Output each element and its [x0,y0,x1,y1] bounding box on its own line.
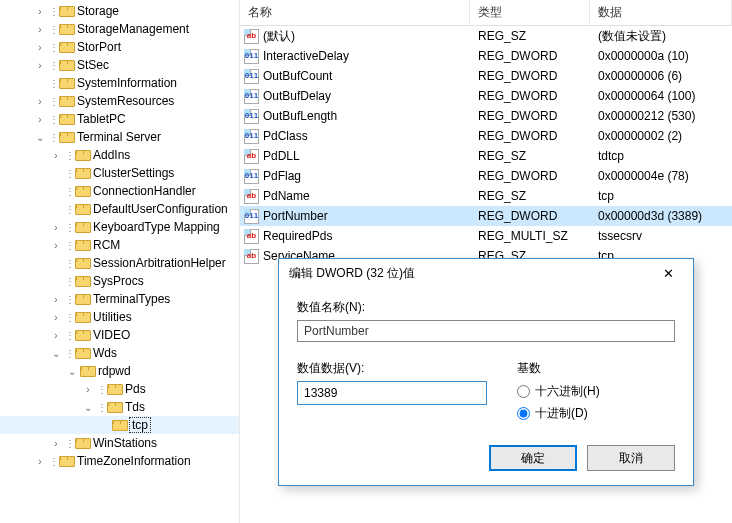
chevron-right-icon[interactable]: › [32,3,48,19]
value-data: 0x00000d3d (3389) [590,209,732,223]
tree-label: tcp [129,417,151,433]
tree-item[interactable]: ›⋮TimeZoneInformation [0,452,239,470]
tree-item[interactable]: ›⋮StorPort [0,38,239,56]
chevron-right-icon[interactable]: › [48,435,64,451]
tree-item[interactable]: ›⋮AddIns [0,146,239,164]
col-name[interactable]: 名称 [240,0,470,25]
tree-item[interactable]: ⋮SysProcs [0,272,239,290]
chevron-right-icon[interactable]: › [80,381,96,397]
tree-item[interactable]: ›⋮RCM [0,236,239,254]
tree-item[interactable]: ›⋮SystemResources [0,92,239,110]
table-row[interactable]: 011InteractiveDelayREG_DWORD0x0000000a (… [240,46,732,66]
tree-item[interactable]: ⋮SessionArbitrationHelper [0,254,239,272]
tree-item[interactable]: ›⋮StorageManagement [0,20,239,38]
binary-value-icon: 011 [244,209,259,224]
table-row[interactable]: abRequiredPdsREG_MULTI_SZtssecsrv [240,226,732,246]
tree-label: Wds [92,346,117,360]
tree-label: AddIns [92,148,130,162]
chevron-right-icon[interactable]: › [32,111,48,127]
tree-dots-icon: ⋮ [48,132,59,143]
tree-item[interactable]: ›⋮StSec [0,56,239,74]
value-data: tcp [590,189,732,203]
spacer [32,75,48,91]
tree-item[interactable]: tcp [0,416,239,434]
chevron-right-icon[interactable]: › [48,147,64,163]
radio-hex[interactable]: 十六进制(H) [517,381,675,401]
table-row[interactable]: 011OutBufCountREG_DWORD0x00000006 (6) [240,66,732,86]
tree-item[interactable]: ›⋮KeyboardType Mapping [0,218,239,236]
value-name: OutBufDelay [263,89,331,103]
chevron-right-icon[interactable]: › [32,39,48,55]
chevron-right-icon[interactable]: › [32,453,48,469]
tree-dots-icon: ⋮ [64,240,75,251]
tree-item[interactable]: ⋮ClusterSettings [0,164,239,182]
tree-item[interactable]: ›⋮Pds [0,380,239,398]
tree-item[interactable]: ›⋮Utilities [0,308,239,326]
tree-item[interactable]: ⌄⋮Wds [0,344,239,362]
string-value-icon: ab [244,29,259,44]
tree-dots-icon: ⋮ [48,6,59,17]
folder-icon [75,150,89,161]
close-icon[interactable]: ✕ [651,263,685,283]
col-data[interactable]: 数据 [590,0,732,25]
tree-item[interactable]: ⋮DefaultUserConfiguration [0,200,239,218]
tree-item[interactable]: ⋮ConnectionHandler [0,182,239,200]
tree-dots-icon: ⋮ [96,384,107,395]
value-type: REG_DWORD [470,69,590,83]
table-row[interactable]: abPdNameREG_SZtcp [240,186,732,206]
ok-button[interactable]: 确定 [489,445,577,471]
table-row[interactable]: abPdDLLREG_SZtdtcp [240,146,732,166]
table-row[interactable]: 011PortNumberREG_DWORD0x00000d3d (3389) [240,206,732,226]
table-row[interactable]: 011OutBufLengthREG_DWORD0x00000212 (530) [240,106,732,126]
table-row[interactable]: 011PdFlagREG_DWORD0x0000004e (78) [240,166,732,186]
chevron-down-icon[interactable]: ⌄ [64,363,80,379]
tree-item[interactable]: ›⋮TabletPC [0,110,239,128]
cancel-button[interactable]: 取消 [587,445,675,471]
chevron-right-icon[interactable]: › [48,237,64,253]
value-data: 0x0000004e (78) [590,169,732,183]
chevron-right-icon[interactable]: › [48,327,64,343]
tree-item[interactable]: ›⋮VIDEO [0,326,239,344]
chevron-right-icon[interactable]: › [48,309,64,325]
value-data: 0x00000212 (530) [590,109,732,123]
chevron-right-icon[interactable]: › [32,21,48,37]
value-type: REG_DWORD [470,49,590,63]
table-row[interactable]: 011PdClassREG_DWORD0x00000002 (2) [240,126,732,146]
tree-dots-icon: ⋮ [64,168,75,179]
value-data-field[interactable] [297,381,487,405]
chevron-right-icon[interactable]: › [48,291,64,307]
tree-item[interactable]: ›⋮Storage [0,2,239,20]
tree-dots-icon: ⋮ [48,42,59,53]
value-type: REG_SZ [470,29,590,43]
radio-dec-input[interactable] [517,407,530,420]
folder-icon [75,276,89,287]
chevron-down-icon[interactable]: ⌄ [48,345,64,361]
tree-item[interactable]: ›⋮TerminalTypes [0,290,239,308]
tree-label: KeyboardType Mapping [92,220,220,234]
edit-dword-dialog: 编辑 DWORD (32 位)值 ✕ 数值名称(N): 数值数据(V): 基数 … [278,258,694,486]
registry-tree[interactable]: ›⋮Storage›⋮StorageManagement›⋮StorPort›⋮… [0,0,240,523]
tree-item[interactable]: ⌄⋮Tds [0,398,239,416]
tree-label: SystemInformation [76,76,177,90]
col-type[interactable]: 类型 [470,0,590,25]
folder-icon [112,420,126,431]
tree-item[interactable]: ⌄⋮Terminal Server [0,128,239,146]
table-row[interactable]: ab(默认)REG_SZ(数值未设置) [240,26,732,46]
tree-item[interactable]: ›⋮WinStations [0,434,239,452]
table-row[interactable]: 011OutBufDelayREG_DWORD0x00000064 (100) [240,86,732,106]
tree-item[interactable]: ⌄rdpwd [0,362,239,380]
base-label: 基数 [517,360,675,377]
tree-item[interactable]: ⋮SystemInformation [0,74,239,92]
value-type: REG_DWORD [470,209,590,223]
radio-dec[interactable]: 十进制(D) [517,403,675,423]
value-data: 0x0000000a (10) [590,49,732,63]
radio-hex-input[interactable] [517,385,530,398]
chevron-right-icon[interactable]: › [48,219,64,235]
tree-label: TimeZoneInformation [76,454,191,468]
chevron-right-icon[interactable]: › [32,57,48,73]
chevron-down-icon[interactable]: ⌄ [32,129,48,145]
folder-icon [59,114,73,125]
chevron-right-icon[interactable]: › [32,93,48,109]
binary-value-icon: 011 [244,169,259,184]
chevron-down-icon[interactable]: ⌄ [80,399,96,415]
